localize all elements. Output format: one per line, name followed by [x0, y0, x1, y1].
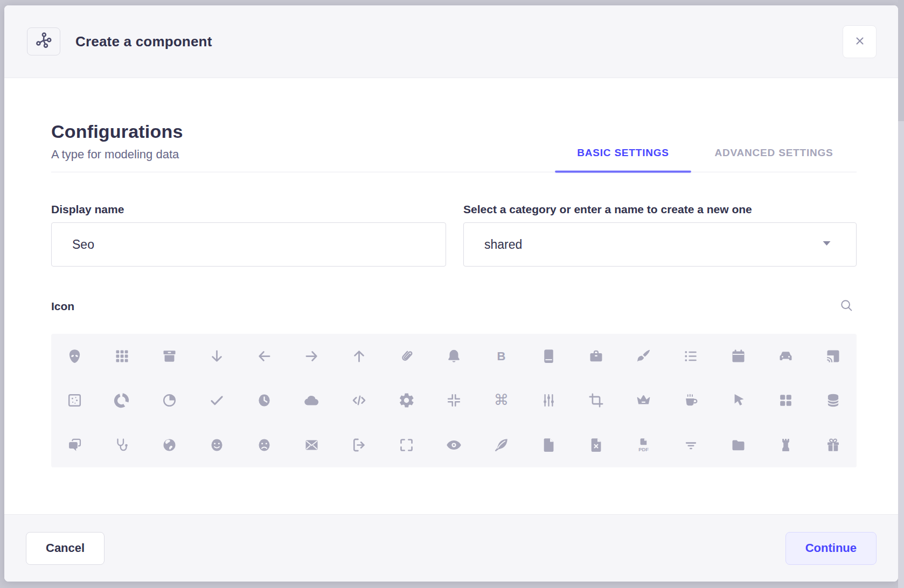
icon-option-book[interactable]	[525, 334, 572, 379]
book-icon	[540, 347, 558, 365]
icon-option-attachment[interactable]	[383, 334, 430, 379]
icon-option-eye[interactable]	[430, 423, 478, 467]
icon-option-car[interactable]	[762, 334, 809, 379]
icon-option-chart-pie[interactable]	[146, 379, 193, 423]
icon-option-crown[interactable]	[620, 379, 667, 423]
icon-option-cog[interactable]	[383, 379, 430, 423]
icon-option-emotion-unhappy[interactable]	[241, 423, 288, 467]
calendar-icon	[729, 347, 747, 365]
collapse-icon	[445, 391, 463, 409]
icon-option-collapse[interactable]	[430, 379, 478, 423]
create-component-modal: Create a component Configurations A type…	[4, 5, 898, 582]
bell-icon	[445, 347, 463, 365]
icon-option-bell[interactable]	[430, 334, 478, 379]
icon-option-file-error[interactable]	[572, 423, 620, 467]
icon-option-gift[interactable]	[809, 423, 857, 467]
search-icon	[839, 298, 854, 314]
settings-tabs: BASIC SETTINGS ADVANCED SETTINGS	[555, 138, 857, 172]
eye-icon	[445, 436, 463, 454]
display-name-input[interactable]	[52, 223, 446, 266]
page-scrollbar-track[interactable]	[898, 0, 904, 588]
icon-option-command[interactable]: ⌘	[477, 379, 525, 423]
icon-option-crop[interactable]	[572, 379, 620, 423]
discuss-icon	[66, 436, 84, 454]
feather-icon	[492, 436, 510, 454]
icon-option-alien[interactable]	[51, 334, 99, 379]
emotion-happy-icon	[208, 436, 226, 454]
modal-header: Create a component	[4, 5, 898, 78]
cast-icon	[824, 347, 842, 365]
configurations-heading: Configurations	[51, 121, 183, 142]
cursor-icon	[729, 391, 747, 409]
icon-option-dashboard[interactable]	[762, 379, 809, 423]
icon-option-arrow-up[interactable]	[336, 334, 383, 379]
icon-option-cast[interactable]	[809, 334, 857, 379]
icon-option-code[interactable]	[336, 379, 383, 423]
icon-option-sliders[interactable]	[525, 379, 572, 423]
category-select[interactable]: shared	[463, 222, 857, 267]
cog-icon	[398, 391, 415, 409]
icon-option-chart-circle[interactable]	[99, 379, 146, 423]
icon-search-button[interactable]	[836, 296, 857, 316]
icon-option-feather[interactable]	[477, 423, 525, 467]
icon-option-emotion-happy[interactable]	[193, 423, 241, 467]
icon-option-arrow-right[interactable]	[288, 334, 336, 379]
icon-option-chart-bubble[interactable]	[51, 379, 99, 423]
icon-option-database[interactable]	[809, 379, 857, 423]
close-icon	[853, 34, 866, 49]
icon-option-arrow-down[interactable]	[193, 334, 241, 379]
cup-icon	[682, 391, 700, 409]
gate-icon	[777, 436, 795, 454]
check-icon	[208, 391, 226, 409]
icon-option-expand[interactable]	[383, 423, 430, 467]
icon-option-brush[interactable]	[620, 334, 667, 379]
icon-option-doctor[interactable]	[99, 423, 146, 467]
icon-option-file[interactable]	[525, 423, 572, 467]
cancel-button[interactable]: Cancel	[26, 532, 105, 565]
icon-option-cursor[interactable]	[714, 379, 762, 423]
folder-icon	[729, 436, 747, 454]
icon-option-briefcase[interactable]	[572, 334, 620, 379]
configurations-subtitle: A type for modeling data	[51, 148, 183, 162]
apps-grid-icon	[113, 347, 131, 365]
svg-text:⌘: ⌘	[494, 391, 509, 408]
icon-option-discuss[interactable]	[51, 423, 99, 467]
tabs-divider	[51, 172, 857, 172]
icon-option-earth[interactable]	[146, 423, 193, 467]
filter-icon	[682, 436, 700, 454]
icon-option-clock[interactable]	[241, 379, 288, 423]
icon-option-archive[interactable]	[146, 334, 193, 379]
file-icon	[540, 436, 558, 454]
icon-option-exit[interactable]	[336, 423, 383, 467]
bullet-list-icon	[682, 347, 700, 365]
icon-option-bold[interactable]: B	[477, 334, 525, 379]
icon-option-cup[interactable]	[667, 379, 714, 423]
close-button[interactable]	[843, 25, 877, 58]
icon-option-bullet-list[interactable]	[667, 334, 714, 379]
icon-option-cloud[interactable]	[288, 379, 336, 423]
modal-body: Configurations A type for modeling data …	[4, 78, 898, 514]
icon-option-arrow-left[interactable]	[241, 334, 288, 379]
display-name-field	[51, 222, 446, 267]
icon-option-apps-grid[interactable]	[99, 334, 146, 379]
continue-button[interactable]: Continue	[785, 532, 877, 565]
icon-option-check[interactable]	[193, 379, 241, 423]
icon-option-calendar[interactable]	[714, 334, 762, 379]
icon-option-file-pdf[interactable]: PDF	[620, 423, 667, 467]
chevron-down-icon	[821, 239, 832, 250]
alien-icon	[66, 347, 84, 365]
tab-advanced-settings[interactable]: ADVANCED SETTINGS	[691, 147, 857, 172]
clock-icon	[255, 391, 273, 409]
category-selected-value: shared	[484, 237, 522, 252]
modal-backdrop: Create a component Configurations A type…	[0, 0, 904, 588]
svg-text:B: B	[497, 349, 505, 363]
tab-basic-settings[interactable]: BASIC SETTINGS	[555, 147, 691, 172]
icon-option-folder[interactable]	[714, 423, 762, 467]
database-icon	[824, 391, 842, 409]
arrow-up-icon	[350, 347, 368, 365]
icon-option-gate[interactable]	[762, 423, 809, 467]
crown-icon	[635, 391, 652, 409]
icon-option-envelope[interactable]	[288, 423, 336, 467]
icon-option-filter[interactable]	[667, 423, 714, 467]
page-scrollbar-thumb[interactable]	[898, 0, 904, 121]
